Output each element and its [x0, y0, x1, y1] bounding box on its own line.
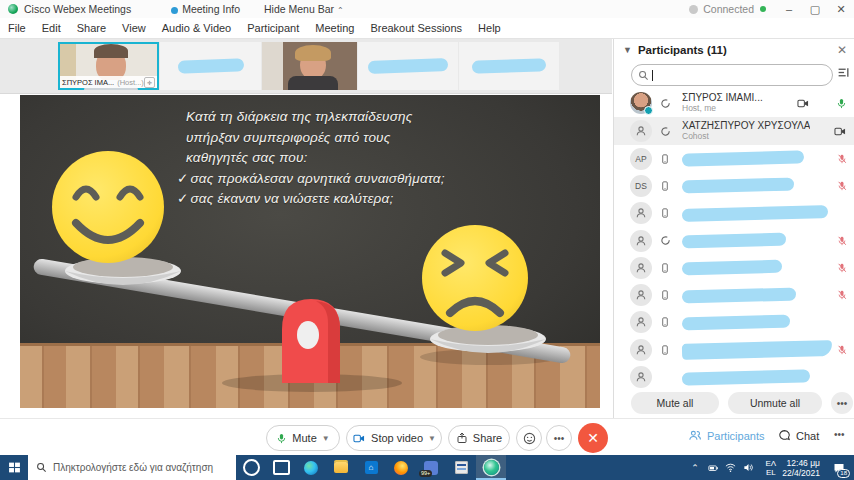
taskbar-app-task-view[interactable]: [266, 455, 296, 480]
seesaw-fulcrum: [282, 299, 340, 383]
video-thumbnail[interactable]: [358, 42, 458, 90]
stop-video-button[interactable]: Stop video▼: [346, 425, 442, 451]
file-explorer-icon: [334, 462, 348, 473]
row-status-icons: [837, 153, 847, 165]
taskbar-app-store[interactable]: ⌂: [356, 455, 386, 480]
hide-menu-bar-button[interactable]: Hide Menu Bar ⌃: [264, 3, 344, 15]
menu-file[interactable]: File: [0, 22, 34, 34]
participant-row[interactable]: DS: [614, 172, 854, 199]
start-button[interactable]: [0, 455, 28, 480]
mic-muted-icon[interactable]: [837, 344, 847, 356]
chevron-down-icon[interactable]: ▼: [623, 45, 632, 55]
leave-meeting-button[interactable]: ✕: [578, 423, 608, 453]
more-options-button[interactable]: •••: [546, 425, 572, 451]
menu-help[interactable]: Help: [470, 22, 509, 34]
row-status-icons: [796, 97, 847, 110]
mic-muted-icon[interactable]: [837, 289, 847, 301]
participant-row[interactable]: [614, 254, 854, 281]
camera-on-icon[interactable]: [833, 126, 847, 137]
mute-all-button[interactable]: Mute all: [631, 392, 719, 414]
participant-row[interactable]: ΧΑΤΖΗΣΠΥΡΟΥ ΧΡΥΣΟΥΛΑCohost: [614, 117, 854, 145]
reactions-button[interactable]: [516, 425, 542, 451]
video-thumbnail[interactable]: [459, 42, 559, 90]
mute-button[interactable]: Mute▼: [266, 425, 340, 451]
redacted-name: [368, 58, 448, 74]
participant-row[interactable]: AP: [614, 145, 854, 172]
participant-row[interactable]: [614, 363, 854, 390]
minimize-button[interactable]: –: [776, 0, 802, 18]
clock[interactable]: 12:46 μμ22/4/2021: [782, 458, 820, 478]
close-window-button[interactable]: ✕: [828, 0, 854, 18]
mic-muted-icon[interactable]: [837, 180, 847, 192]
slide-bullet: ✓σας προκάλεσαν αρνητικά συναισθήματα;: [177, 169, 586, 190]
row-status-icons: [833, 126, 847, 137]
tray-chevron-up-icon[interactable]: ⌃: [687, 463, 702, 473]
participant-name-block: ΧΑΤΖΗΣΠΥΡΟΥ ΧΡΥΣΟΥΛΑCohost: [682, 120, 810, 142]
control-bar: Mute▼ Stop video▼ Share ••• ✕ Participan…: [0, 418, 854, 456]
slide-line: υπήρξαν συμπεριφορές από τους: [186, 128, 586, 149]
network-icon[interactable]: [723, 462, 738, 473]
menu-edit[interactable]: Edit: [34, 22, 69, 34]
mic-live-icon[interactable]: [836, 97, 847, 110]
video-thumbnail[interactable]: [160, 42, 261, 90]
mic-muted-icon[interactable]: [837, 262, 847, 274]
mic-muted-icon[interactable]: [837, 153, 847, 165]
menu-participant[interactable]: Participant: [239, 22, 307, 34]
speaker-icon[interactable]: [741, 462, 756, 473]
windows-taskbar: Πληκτρολογήστε εδώ για αναζήτηση ⌂99+ ⌃ …: [0, 455, 854, 480]
taskbar-app-office-app[interactable]: [446, 455, 476, 480]
participant-row[interactable]: ΣΠΥΡΟΣ ΙΜΑΜΙ...Host, me: [614, 89, 854, 117]
participant-row[interactable]: [614, 281, 854, 308]
chevron-down-icon[interactable]: ▼: [428, 434, 436, 443]
taskbar-app-edge[interactable]: [296, 455, 326, 480]
camera-on-icon[interactable]: [796, 98, 810, 109]
notification-center-button[interactable]: 18: [828, 455, 850, 480]
taskbar-app-file-explorer[interactable]: [326, 455, 356, 480]
taskbar-app-webex[interactable]: [476, 455, 506, 480]
close-panel-button[interactable]: ✕: [837, 43, 847, 57]
taskbar-app-badge-app[interactable]: 99+: [416, 455, 446, 480]
taskbar-search-placeholder: Πληκτρολογήστε εδώ για αναζήτηση: [53, 462, 213, 473]
notification-badge: 18: [837, 469, 850, 478]
menu-share[interactable]: Share: [69, 22, 114, 34]
audio-status-icon: [660, 235, 674, 246]
pin-icon[interactable]: ✛: [144, 77, 155, 88]
connected-label: Connected: [703, 3, 754, 15]
language-indicator[interactable]: ΕΛEL: [765, 459, 776, 477]
meeting-info-button[interactable]: Meeting Info: [171, 3, 240, 15]
footer-more-button[interactable]: •••: [834, 429, 845, 440]
participants-more-button[interactable]: •••: [831, 392, 853, 414]
participant-row[interactable]: [614, 200, 854, 227]
participant-row[interactable]: [614, 227, 854, 254]
menu-breakout-sessions[interactable]: Breakout Sessions: [362, 22, 470, 34]
participant-row[interactable]: [614, 336, 854, 363]
thumbnail-name-label: ΣΠΥΡΟΣ ΙΜΑ...(Host...)✛: [60, 76, 157, 88]
avatar-initials-text: AP: [635, 154, 646, 164]
sort-participants-icon[interactable]: [837, 66, 850, 79]
chevron-down-icon[interactable]: ▼: [322, 434, 330, 443]
participant-row[interactable]: [614, 309, 854, 336]
row-status-icons: [837, 262, 847, 274]
participant-search-input[interactable]: [631, 64, 833, 86]
menu-view[interactable]: View: [114, 22, 154, 34]
maximize-button[interactable]: ▢: [802, 0, 828, 18]
footer-participants-button[interactable]: Participants: [688, 429, 764, 442]
mic-muted-icon[interactable]: [837, 235, 847, 247]
participant-name: ΣΠΥΡΟΣ ΙΜΑ...: [62, 78, 114, 87]
webex-logo-icon: [8, 4, 18, 14]
menu-audio-video[interactable]: Audio & Video: [154, 22, 240, 34]
share-button[interactable]: Share: [448, 425, 510, 451]
video-thumbnail[interactable]: ΣΠΥΡΟΣ ΙΜΑ...(Host...)✛: [58, 42, 159, 90]
menu-meeting[interactable]: Meeting: [307, 22, 362, 34]
taskbar-app-firefox[interactable]: [386, 455, 416, 480]
unmute-all-button[interactable]: Unmute all: [728, 392, 822, 414]
happy-emoji: [52, 151, 164, 263]
slide-bullet-text: σας προκάλεσαν αρνητικά συναισθήματα;: [191, 171, 445, 186]
battery-icon[interactable]: [705, 463, 720, 473]
system-tray: ⌃ ΕΛEL 12:46 μμ22/4/2021 18: [687, 455, 854, 480]
footer-chat-button[interactable]: Chat: [778, 429, 819, 442]
video-thumbnail[interactable]: [262, 42, 357, 90]
taskbar-app-cortana[interactable]: [236, 455, 266, 480]
taskbar-search-input[interactable]: Πληκτρολογήστε εδώ για αναζήτηση: [28, 455, 236, 480]
avatar-initials-text: DS: [635, 181, 647, 191]
